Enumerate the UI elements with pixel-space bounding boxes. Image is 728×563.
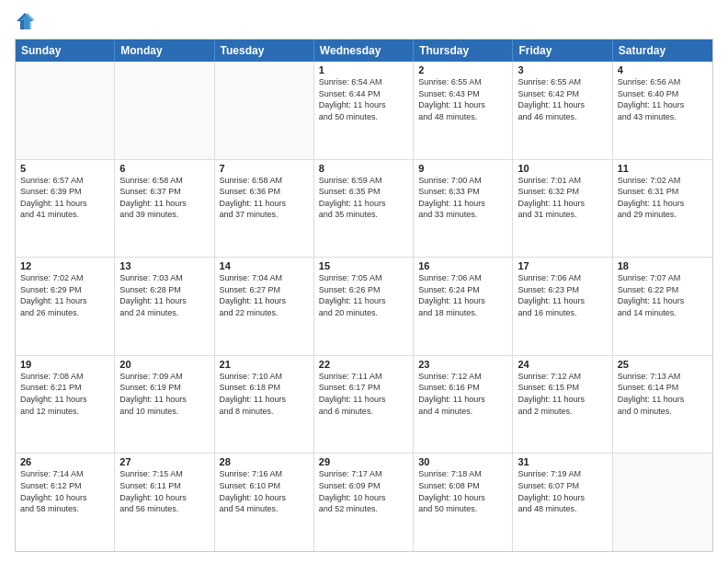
cal-cell-empty <box>613 454 712 551</box>
day-number: 20 <box>119 359 209 370</box>
cal-header-cell-monday: Monday <box>115 40 214 62</box>
cell-info: Sunrise: 7:09 AM Sunset: 6:19 PM Dayligh… <box>119 371 209 417</box>
cell-info: Sunrise: 6:58 AM Sunset: 6:36 PM Dayligh… <box>220 175 309 221</box>
cal-cell-25: 25Sunrise: 7:13 AM Sunset: 6:14 PM Dayli… <box>613 356 712 454</box>
cal-header-cell-saturday: Saturday <box>613 40 712 62</box>
cal-row-3: 19Sunrise: 7:08 AM Sunset: 6:21 PM Dayli… <box>16 356 712 454</box>
cell-info: Sunrise: 7:00 AM Sunset: 6:33 PM Dayligh… <box>418 175 507 221</box>
calendar-body: 1Sunrise: 6:54 AM Sunset: 6:44 PM Daylig… <box>16 62 712 551</box>
cal-cell-2: 2Sunrise: 6:55 AM Sunset: 6:43 PM Daylig… <box>414 62 513 159</box>
day-number: 16 <box>418 260 507 271</box>
day-number: 22 <box>319 359 408 370</box>
cal-cell-22: 22Sunrise: 7:11 AM Sunset: 6:17 PM Dayli… <box>314 356 414 454</box>
cal-cell-20: 20Sunrise: 7:09 AM Sunset: 6:19 PM Dayli… <box>115 356 214 454</box>
cell-info: Sunrise: 6:59 AM Sunset: 6:35 PM Dayligh… <box>319 175 408 221</box>
day-number: 8 <box>319 163 408 174</box>
day-number: 29 <box>319 456 408 467</box>
cal-cell-31: 31Sunrise: 7:19 AM Sunset: 6:07 PM Dayli… <box>513 454 612 551</box>
cell-info: Sunrise: 7:15 AM Sunset: 6:11 PM Dayligh… <box>119 468 209 514</box>
cal-row-0: 1Sunrise: 6:54 AM Sunset: 6:44 PM Daylig… <box>16 62 712 160</box>
cell-info: Sunrise: 7:12 AM Sunset: 6:16 PM Dayligh… <box>418 371 507 417</box>
cell-info: Sunrise: 6:56 AM Sunset: 6:40 PM Dayligh… <box>618 76 708 122</box>
day-number: 19 <box>20 359 109 370</box>
calendar: SundayMondayTuesdayWednesdayThursdayFrid… <box>15 39 713 552</box>
day-number: 1 <box>319 64 408 75</box>
day-number: 30 <box>418 456 507 467</box>
cal-cell-13: 13Sunrise: 7:03 AM Sunset: 6:28 PM Dayli… <box>115 258 214 355</box>
cal-header-cell-tuesday: Tuesday <box>215 40 314 62</box>
cell-info: Sunrise: 7:07 AM Sunset: 6:22 PM Dayligh… <box>618 272 708 318</box>
day-number: 31 <box>518 456 607 467</box>
cell-info: Sunrise: 6:54 AM Sunset: 6:44 PM Dayligh… <box>319 76 408 122</box>
cal-row-2: 12Sunrise: 7:02 AM Sunset: 6:29 PM Dayli… <box>16 258 712 356</box>
cal-cell-18: 18Sunrise: 7:07 AM Sunset: 6:22 PM Dayli… <box>613 258 712 355</box>
logo <box>15 11 39 31</box>
cell-info: Sunrise: 7:10 AM Sunset: 6:18 PM Dayligh… <box>220 371 309 417</box>
day-number: 18 <box>618 260 708 271</box>
day-number: 10 <box>518 163 607 174</box>
cell-info: Sunrise: 7:05 AM Sunset: 6:26 PM Dayligh… <box>319 272 408 318</box>
day-number: 17 <box>518 260 607 271</box>
cal-cell-5: 5Sunrise: 6:57 AM Sunset: 6:39 PM Daylig… <box>16 160 115 258</box>
cal-cell-17: 17Sunrise: 7:06 AM Sunset: 6:23 PM Dayli… <box>513 258 612 355</box>
cell-info: Sunrise: 7:14 AM Sunset: 6:12 PM Dayligh… <box>20 468 109 514</box>
day-number: 3 <box>518 64 607 75</box>
cal-cell-1: 1Sunrise: 6:54 AM Sunset: 6:44 PM Daylig… <box>314 62 414 159</box>
cal-row-4: 26Sunrise: 7:14 AM Sunset: 6:12 PM Dayli… <box>16 454 712 551</box>
cal-cell-15: 15Sunrise: 7:05 AM Sunset: 6:26 PM Dayli… <box>314 258 414 355</box>
cal-cell-empty <box>16 62 115 159</box>
cal-cell-19: 19Sunrise: 7:08 AM Sunset: 6:21 PM Dayli… <box>16 356 115 454</box>
cell-info: Sunrise: 7:06 AM Sunset: 6:23 PM Dayligh… <box>518 272 607 318</box>
day-number: 23 <box>418 359 507 370</box>
cell-info: Sunrise: 7:03 AM Sunset: 6:28 PM Dayligh… <box>119 272 209 318</box>
day-number: 21 <box>220 359 309 370</box>
cell-info: Sunrise: 7:02 AM Sunset: 6:31 PM Dayligh… <box>618 175 708 221</box>
cell-info: Sunrise: 7:16 AM Sunset: 6:10 PM Dayligh… <box>220 468 309 514</box>
cal-cell-10: 10Sunrise: 7:01 AM Sunset: 6:32 PM Dayli… <box>513 160 612 258</box>
day-number: 14 <box>220 260 309 271</box>
day-number: 26 <box>20 456 109 467</box>
cal-cell-11: 11Sunrise: 7:02 AM Sunset: 6:31 PM Dayli… <box>613 160 712 258</box>
cell-info: Sunrise: 7:04 AM Sunset: 6:27 PM Dayligh… <box>220 272 309 318</box>
cal-cell-7: 7Sunrise: 6:58 AM Sunset: 6:36 PM Daylig… <box>215 160 314 258</box>
cal-header-cell-thursday: Thursday <box>414 40 513 62</box>
header <box>15 11 713 31</box>
cell-info: Sunrise: 7:17 AM Sunset: 6:09 PM Dayligh… <box>319 468 408 514</box>
cell-info: Sunrise: 7:18 AM Sunset: 6:08 PM Dayligh… <box>418 468 507 514</box>
day-number: 2 <box>418 64 507 75</box>
cal-cell-24: 24Sunrise: 7:12 AM Sunset: 6:15 PM Dayli… <box>513 356 612 454</box>
cal-cell-9: 9Sunrise: 7:00 AM Sunset: 6:33 PM Daylig… <box>414 160 513 258</box>
day-number: 27 <box>119 456 209 467</box>
cal-row-1: 5Sunrise: 6:57 AM Sunset: 6:39 PM Daylig… <box>16 160 712 259</box>
day-number: 4 <box>618 64 708 75</box>
cal-cell-23: 23Sunrise: 7:12 AM Sunset: 6:16 PM Dayli… <box>414 356 513 454</box>
cell-info: Sunrise: 7:06 AM Sunset: 6:24 PM Dayligh… <box>418 272 507 318</box>
day-number: 15 <box>319 260 408 271</box>
day-number: 24 <box>518 359 607 370</box>
cal-header-cell-sunday: Sunday <box>16 40 115 62</box>
cal-cell-14: 14Sunrise: 7:04 AM Sunset: 6:27 PM Dayli… <box>215 258 314 355</box>
calendar-header-row: SundayMondayTuesdayWednesdayThursdayFrid… <box>16 40 712 62</box>
cal-cell-30: 30Sunrise: 7:18 AM Sunset: 6:08 PM Dayli… <box>414 454 513 551</box>
page: SundayMondayTuesdayWednesdayThursdayFrid… <box>0 0 728 563</box>
cal-cell-21: 21Sunrise: 7:10 AM Sunset: 6:18 PM Dayli… <box>215 356 314 454</box>
cell-info: Sunrise: 6:55 AM Sunset: 6:42 PM Dayligh… <box>518 76 607 122</box>
cell-info: Sunrise: 7:13 AM Sunset: 6:14 PM Dayligh… <box>618 371 708 417</box>
day-number: 6 <box>119 163 209 174</box>
logo-icon <box>15 11 35 31</box>
cal-cell-16: 16Sunrise: 7:06 AM Sunset: 6:24 PM Dayli… <box>414 258 513 355</box>
day-number: 13 <box>119 260 209 271</box>
cal-cell-28: 28Sunrise: 7:16 AM Sunset: 6:10 PM Dayli… <box>215 454 314 551</box>
cal-cell-6: 6Sunrise: 6:58 AM Sunset: 6:37 PM Daylig… <box>115 160 214 258</box>
cell-info: Sunrise: 6:55 AM Sunset: 6:43 PM Dayligh… <box>418 76 507 122</box>
cell-info: Sunrise: 7:12 AM Sunset: 6:15 PM Dayligh… <box>518 371 607 417</box>
cal-cell-26: 26Sunrise: 7:14 AM Sunset: 6:12 PM Dayli… <box>16 454 115 551</box>
day-number: 11 <box>618 163 708 174</box>
cal-cell-12: 12Sunrise: 7:02 AM Sunset: 6:29 PM Dayli… <box>16 258 115 355</box>
cal-cell-27: 27Sunrise: 7:15 AM Sunset: 6:11 PM Dayli… <box>115 454 214 551</box>
day-number: 7 <box>220 163 309 174</box>
cal-cell-3: 3Sunrise: 6:55 AM Sunset: 6:42 PM Daylig… <box>513 62 612 159</box>
cell-info: Sunrise: 6:57 AM Sunset: 6:39 PM Dayligh… <box>20 175 109 221</box>
cell-info: Sunrise: 7:08 AM Sunset: 6:21 PM Dayligh… <box>20 371 109 417</box>
cal-cell-4: 4Sunrise: 6:56 AM Sunset: 6:40 PM Daylig… <box>613 62 712 159</box>
